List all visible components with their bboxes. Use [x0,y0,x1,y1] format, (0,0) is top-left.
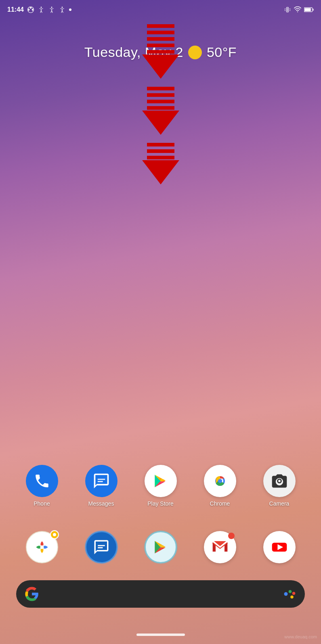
youtube-icon [271,538,288,556]
phone-icon-bg [26,465,58,497]
svg-point-12 [297,11,298,12]
svg-rect-15 [313,8,314,10]
svg-point-23 [284,592,288,596]
playstore-icon-bg [145,465,177,497]
svg-point-19 [218,479,222,483]
playstore-label: Play Store [147,500,174,507]
app-chrome[interactable]: Chrome [204,465,236,507]
accessibility1-icon [38,6,45,13]
arrows-container [142,24,179,188]
svg-line-11 [290,10,290,11]
camera-icon-bg [263,465,296,497]
app-messages2[interactable] [85,531,117,563]
dock-row2 [0,531,321,563]
photos-icon [33,538,51,556]
arrow1 [142,24,179,79]
svg-line-6 [285,8,285,9]
app-photos[interactable] [26,531,58,563]
arrow2 [142,87,179,135]
chrome-label: Chrome [210,500,230,507]
messages-icon [92,472,110,490]
camera-label: Camera [269,500,290,507]
camera-icon [271,472,288,490]
app-playstore[interactable]: Play Store [145,465,177,507]
phone-icon [34,473,50,489]
youtube-icon-bg [263,531,296,563]
chrome-icon-bg [204,465,236,497]
accessibility3-icon [59,6,66,13]
svg-rect-5 [287,8,288,12]
wifi-icon [294,6,302,13]
gmail-badge [228,533,235,539]
svg-line-9 [290,8,290,9]
status-left: 11:44 [7,6,71,13]
messages2-icon-bg [85,531,117,563]
svg-point-2 [51,7,52,8]
temperature: 50°F [207,44,237,60]
svg-point-25 [292,592,296,595]
playstore2-icon-bg [145,531,177,563]
app-gmail[interactable] [204,531,236,563]
vibrate-icon [284,6,291,13]
dot-icon [69,8,71,11]
time: 11:44 [7,6,24,13]
home-indicator [136,634,185,636]
app-phone[interactable]: Phone [26,465,58,507]
phone-label: Phone [34,500,50,507]
arrow3 [142,143,179,184]
svg-point-1 [40,7,42,8]
svg-point-3 [61,7,63,8]
messages2-icon [93,539,110,556]
accessibility2-icon [48,6,55,13]
playstore-icon [152,472,170,490]
status-right [284,6,314,13]
dock-row1: Phone Messages [0,465,321,507]
svg-point-26 [290,596,294,599]
playstore2-icon [152,538,170,556]
svg-point-24 [289,590,292,593]
app-messages[interactable]: Messages [85,465,117,507]
app-youtube[interactable] [263,531,296,563]
svg-rect-14 [304,8,311,11]
search-bar[interactable] [16,580,305,608]
gmail-icon-bg [204,531,236,563]
svg-point-20 [40,545,44,549]
app-camera[interactable]: Camera [263,465,296,507]
google-dots-icon [282,587,297,601]
svg-line-8 [285,10,285,11]
sun-icon [188,46,202,59]
photos-icon-bg [26,531,58,563]
chrome-icon [210,471,230,491]
messages-label: Messages [88,500,114,507]
xbox-icon [27,6,34,13]
gmail-icon [211,538,229,556]
google-g-icon [24,586,40,602]
app-playstore2[interactable] [145,531,177,563]
status-bar: 11:44 [0,0,321,19]
battery-icon [304,7,314,13]
watermark: www.deuaq.com [284,634,317,639]
messages-icon-bg [85,465,117,497]
